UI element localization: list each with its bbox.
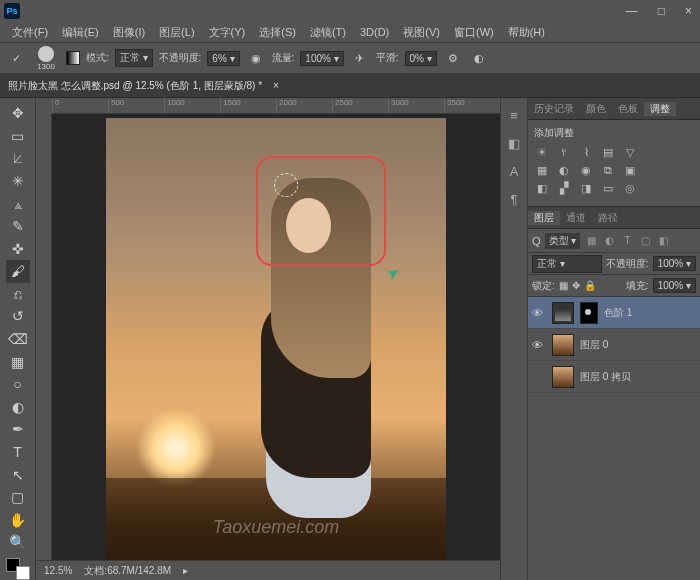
- tab-adjustments[interactable]: 调整: [644, 102, 676, 116]
- gradient-tool[interactable]: ▦: [6, 350, 30, 373]
- tab-close-icon[interactable]: ×: [273, 80, 279, 91]
- menu-view[interactable]: 视图(V): [397, 23, 446, 42]
- minimize-button[interactable]: —: [622, 4, 642, 18]
- menu-select[interactable]: 选择(S): [253, 23, 302, 42]
- layer-thumb[interactable]: [552, 334, 574, 356]
- menu-filter[interactable]: 滤镜(T): [304, 23, 352, 42]
- color-swatches[interactable]: [6, 558, 30, 580]
- lasso-tool[interactable]: ⟀: [6, 147, 30, 170]
- adj-bw-icon[interactable]: ◐: [556, 164, 572, 178]
- magic-wand-tool[interactable]: ✳: [6, 170, 30, 193]
- move-tool[interactable]: ✥: [6, 102, 30, 125]
- mask-thumb[interactable]: [580, 302, 598, 324]
- layer-row[interactable]: 图层 0 拷贝: [528, 361, 700, 393]
- opacity-input[interactable]: 6% ▾: [207, 51, 239, 66]
- adjustment-thumb[interactable]: [552, 302, 574, 324]
- filter-pixel-icon[interactable]: ▦: [584, 235, 598, 246]
- layer-row[interactable]: 👁 色阶 1: [528, 297, 700, 329]
- menu-file[interactable]: 文件(F): [6, 23, 54, 42]
- smoothing-input[interactable]: 0% ▾: [405, 51, 437, 66]
- fill-input[interactable]: 100% ▾: [653, 278, 696, 293]
- brush-tool[interactable]: 🖌: [6, 260, 30, 283]
- filter-shape-icon[interactable]: ▢: [638, 235, 652, 246]
- adj-vibrance-icon[interactable]: ▽: [622, 146, 638, 160]
- filter-type-select[interactable]: 类型 ▾: [545, 233, 581, 249]
- flow-input[interactable]: 100% ▾: [300, 51, 343, 66]
- dodge-tool[interactable]: ◐: [6, 396, 30, 419]
- zoom-tool[interactable]: 🔍: [6, 531, 30, 554]
- tab-swatches[interactable]: 色板: [612, 102, 644, 116]
- tab-history[interactable]: 历史记录: [528, 102, 580, 116]
- document-tab[interactable]: 照片脸太黑 怎么调整.psd @ 12.5% (色阶 1, 图层蒙版/8) * …: [8, 79, 279, 93]
- adj-gradient-map-icon[interactable]: ▭: [600, 182, 616, 196]
- lock-position-icon[interactable]: ✥: [572, 280, 580, 291]
- blend-mode-select[interactable]: 正常 ▾: [532, 255, 602, 273]
- brush-swatch[interactable]: [66, 51, 80, 65]
- background-color[interactable]: [16, 566, 30, 580]
- maximize-button[interactable]: □: [654, 4, 669, 18]
- filter-adjust-icon[interactable]: ◐: [602, 235, 616, 246]
- properties-icon[interactable]: ◧: [505, 134, 523, 152]
- layer-name[interactable]: 色阶 1: [604, 306, 632, 320]
- adj-lut-icon[interactable]: ▣: [622, 164, 638, 178]
- lock-pixels-icon[interactable]: ▦: [559, 280, 568, 291]
- history-icon[interactable]: ≡: [505, 106, 523, 124]
- adj-exposure-icon[interactable]: ▤: [600, 146, 616, 160]
- tab-channels[interactable]: 通道: [560, 211, 592, 225]
- layer-thumb[interactable]: [552, 366, 574, 388]
- brush-tool-icon[interactable]: ✓: [6, 48, 26, 68]
- pressure-size-icon[interactable]: ◐: [469, 48, 489, 68]
- airbrush-icon[interactable]: ✈: [350, 48, 370, 68]
- blur-tool[interactable]: ○: [6, 373, 30, 396]
- menu-3d[interactable]: 3D(D): [354, 24, 395, 40]
- path-tool[interactable]: ↖: [6, 463, 30, 486]
- ruler-vertical[interactable]: [36, 114, 52, 580]
- menu-edit[interactable]: 编辑(E): [56, 23, 105, 42]
- close-button[interactable]: ×: [681, 4, 696, 18]
- filter-search-icon[interactable]: Q: [532, 235, 541, 247]
- layer-row[interactable]: 👁 图层 0: [528, 329, 700, 361]
- character-icon[interactable]: A: [505, 162, 523, 180]
- hand-tool[interactable]: ✋: [6, 508, 30, 531]
- menu-image[interactable]: 图像(I): [107, 23, 151, 42]
- menu-help[interactable]: 帮助(H): [502, 23, 551, 42]
- type-tool[interactable]: T: [6, 441, 30, 464]
- shape-tool[interactable]: ▢: [6, 486, 30, 509]
- adj-channel-mixer-icon[interactable]: ⧉: [600, 164, 616, 178]
- paragraph-icon[interactable]: ¶: [505, 190, 523, 208]
- crop-tool[interactable]: ⟁: [6, 192, 30, 215]
- adj-threshold-icon[interactable]: ◨: [578, 182, 594, 196]
- adj-posterize-icon[interactable]: ▞: [556, 182, 572, 196]
- zoom-level[interactable]: 12.5%: [44, 565, 72, 576]
- doc-info[interactable]: 文档:68.7M/142.8M: [84, 564, 171, 578]
- adj-brightness-icon[interactable]: ☀: [534, 146, 550, 160]
- healing-tool[interactable]: ✜: [6, 237, 30, 260]
- brush-preview[interactable]: 1300: [32, 45, 60, 71]
- adj-photo-filter-icon[interactable]: ◉: [578, 164, 594, 178]
- adj-curves-icon[interactable]: ⌇: [578, 146, 594, 160]
- adj-hue-icon[interactable]: ▦: [534, 164, 550, 178]
- filter-type-icon[interactable]: T: [620, 235, 634, 246]
- lock-all-icon[interactable]: 🔒: [584, 280, 596, 291]
- visibility-icon[interactable]: 👁: [532, 307, 546, 319]
- tab-layers[interactable]: 图层: [528, 211, 560, 225]
- layer-name[interactable]: 图层 0 拷贝: [580, 370, 631, 384]
- filter-smart-icon[interactable]: ◧: [656, 235, 670, 246]
- pen-tool[interactable]: ✒: [6, 418, 30, 441]
- eraser-tool[interactable]: ⌫: [6, 328, 30, 351]
- pressure-opacity-icon[interactable]: ◉: [246, 48, 266, 68]
- visibility-icon[interactable]: 👁: [532, 339, 546, 351]
- menu-window[interactable]: 窗口(W): [448, 23, 500, 42]
- stamp-tool[interactable]: ⎌: [6, 283, 30, 306]
- menu-type[interactable]: 文字(Y): [203, 23, 252, 42]
- layer-opacity-input[interactable]: 100% ▾: [653, 256, 696, 271]
- settings-gear-icon[interactable]: ⚙: [443, 48, 463, 68]
- adj-selective-color-icon[interactable]: ◎: [622, 182, 638, 196]
- layer-name[interactable]: 图层 0: [580, 338, 608, 352]
- adj-invert-icon[interactable]: ◧: [534, 182, 550, 196]
- mode-select[interactable]: 正常 ▾: [115, 49, 153, 67]
- history-brush-tool[interactable]: ↺: [6, 305, 30, 328]
- tab-paths[interactable]: 路径: [592, 211, 624, 225]
- marquee-tool[interactable]: ▭: [6, 125, 30, 148]
- statusbar-chevron-icon[interactable]: ▸: [183, 565, 188, 576]
